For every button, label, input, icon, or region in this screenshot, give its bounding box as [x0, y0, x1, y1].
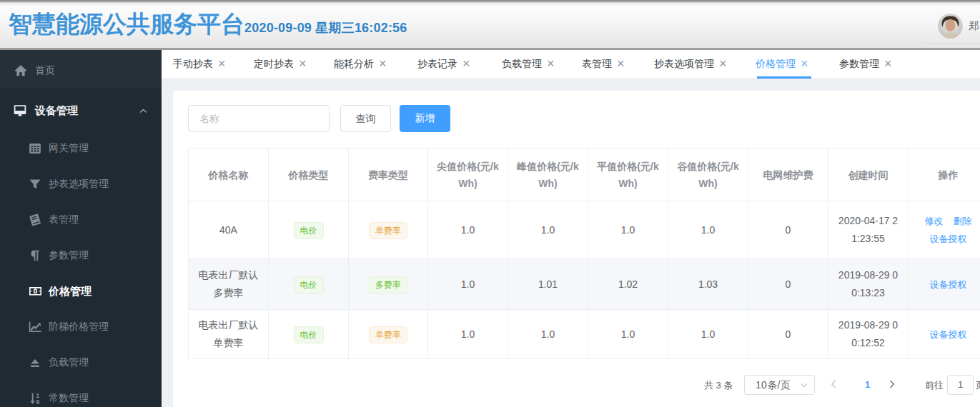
svg-text:9: 9	[36, 398, 39, 405]
